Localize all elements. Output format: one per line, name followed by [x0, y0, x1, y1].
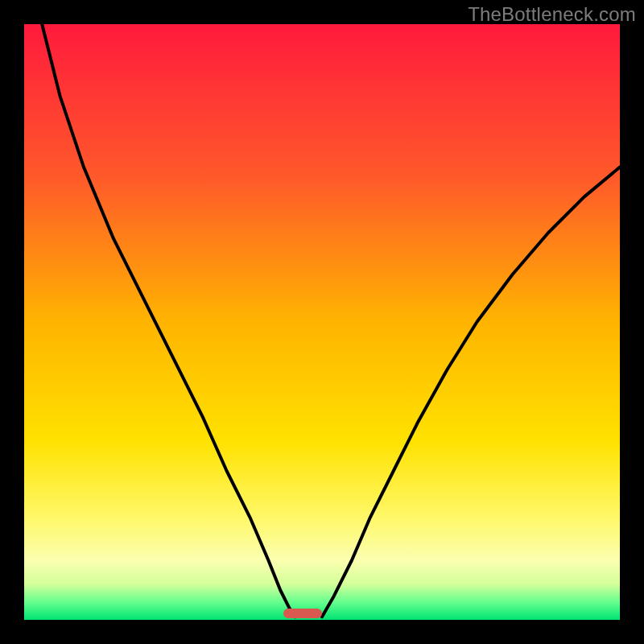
bottleneck-marker	[283, 609, 322, 618]
outer-frame: TheBottleneck.com	[0, 0, 644, 644]
curve-left-curve	[42, 24, 295, 617]
watermark-text: TheBottleneck.com	[468, 3, 636, 26]
curve-layer	[24, 24, 620, 620]
plot-area	[24, 24, 620, 620]
curve-right-curve	[322, 167, 620, 617]
